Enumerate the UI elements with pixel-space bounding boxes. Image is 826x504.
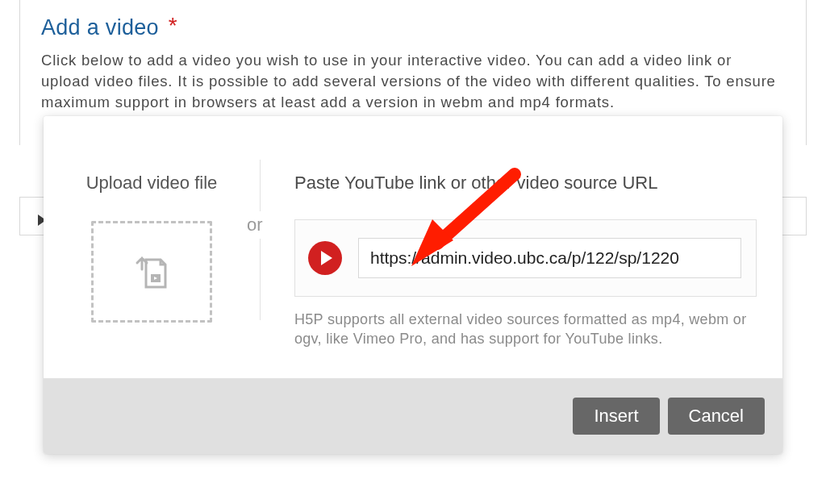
modal-body: Upload video file or Paste YouTube link … <box>44 116 782 378</box>
panel-title-text: Add a video <box>41 15 159 40</box>
upload-heading: Upload video file <box>44 173 260 194</box>
panel-description: Click below to add a video you wish to u… <box>41 50 785 113</box>
url-input-row <box>294 219 757 297</box>
video-source-modal: Upload video file or Paste YouTube link … <box>44 116 782 454</box>
cancel-button[interactable]: Cancel <box>668 398 765 435</box>
upload-dropzone[interactable] <box>91 221 212 323</box>
upload-file-icon <box>130 250 173 294</box>
play-icon <box>308 241 342 275</box>
panel-title: Add a video * <box>41 15 785 40</box>
url-section: Paste YouTube link or other video source… <box>261 148 782 349</box>
divider: or <box>260 160 261 320</box>
url-hint: H5P supports all external video sources … <box>294 310 757 349</box>
insert-button[interactable]: Insert <box>573 398 659 435</box>
upload-section: Upload video file <box>44 148 260 349</box>
paste-heading: Paste YouTube link or other video source… <box>294 173 757 194</box>
modal-footer: Insert Cancel <box>44 378 782 454</box>
required-star: * <box>169 13 177 38</box>
video-url-input[interactable] <box>358 238 741 278</box>
or-label: or <box>247 211 263 239</box>
